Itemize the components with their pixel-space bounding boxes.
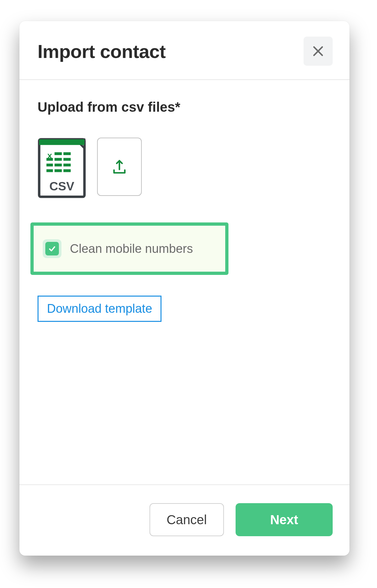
clean-numbers-checkbox[interactable] <box>43 239 61 258</box>
upload-row: X CSV <box>38 138 331 200</box>
svg-rect-13 <box>63 164 71 166</box>
modal-body: Upload from csv files* X <box>19 80 349 484</box>
svg-rect-7 <box>63 152 71 155</box>
clean-numbers-label: Clean mobile numbers <box>70 242 193 256</box>
svg-rect-8 <box>47 158 53 161</box>
modal-footer: Cancel Next <box>19 484 349 556</box>
modal-title: Import contact <box>38 40 166 62</box>
svg-rect-12 <box>55 164 62 166</box>
svg-text:CSV: CSV <box>49 179 74 193</box>
svg-rect-11 <box>47 164 53 166</box>
upload-icon <box>111 159 128 175</box>
modal-header: Import contact <box>19 21 349 80</box>
close-button[interactable] <box>304 37 333 66</box>
csv-file-icon: X CSV <box>38 138 86 200</box>
check-icon <box>48 244 56 253</box>
import-contact-modal: Import contact Upload from csv files* <box>19 21 349 556</box>
close-icon <box>311 44 325 58</box>
svg-rect-9 <box>55 158 62 161</box>
download-template-button[interactable]: Download template <box>38 296 161 322</box>
svg-rect-14 <box>47 169 53 172</box>
upload-button[interactable] <box>97 138 142 196</box>
clean-numbers-highlight: Clean mobile numbers <box>30 222 228 275</box>
svg-rect-15 <box>55 169 62 172</box>
svg-rect-6 <box>55 152 62 155</box>
svg-rect-4 <box>39 139 84 145</box>
cancel-button[interactable]: Cancel <box>150 503 224 536</box>
svg-rect-16 <box>63 169 71 172</box>
next-button[interactable]: Next <box>236 503 333 536</box>
upload-section-label: Upload from csv files* <box>38 99 331 115</box>
svg-rect-10 <box>63 158 71 161</box>
